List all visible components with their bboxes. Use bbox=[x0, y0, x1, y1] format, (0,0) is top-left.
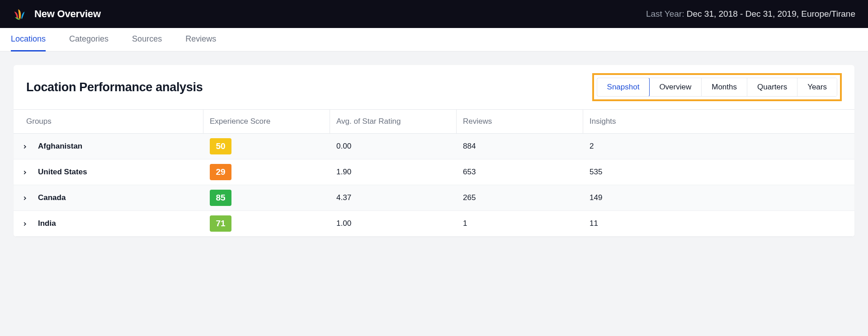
avg-rating-cell: 4.37 bbox=[330, 189, 457, 207]
performance-panel: Location Performance analysis SnapshotOv… bbox=[14, 65, 854, 237]
reviews-cell: 653 bbox=[457, 163, 583, 181]
segment-highlight: SnapshotOverviewMonthsQuartersYears bbox=[592, 73, 842, 101]
date-range-label: Last Year: bbox=[646, 9, 684, 19]
group-label: India bbox=[38, 219, 56, 228]
table-row: Afghanistan500.008842 bbox=[14, 134, 854, 159]
table-row: Canada854.37265149 bbox=[14, 185, 854, 211]
group-cell[interactable]: India bbox=[14, 215, 203, 233]
avg-rating-cell: 1.00 bbox=[330, 215, 457, 233]
score-cell: 85 bbox=[203, 185, 330, 210]
column-header[interactable]: Reviews bbox=[457, 110, 583, 133]
table-body: Afghanistan500.008842United States291.90… bbox=[14, 134, 854, 237]
segment-years[interactable]: Years bbox=[797, 78, 837, 96]
reviews-cell: 884 bbox=[457, 137, 583, 155]
date-range[interactable]: Last Year: Dec 31, 2018 - Dec 31, 2019, … bbox=[646, 9, 855, 19]
nav-tab-reviews[interactable]: Reviews bbox=[185, 28, 216, 51]
group-cell[interactable]: United States bbox=[14, 163, 203, 181]
avg-rating-cell: 0.00 bbox=[330, 137, 457, 155]
panel-header: Location Performance analysis SnapshotOv… bbox=[14, 65, 854, 110]
segment-overview[interactable]: Overview bbox=[649, 78, 702, 96]
segment-quarters[interactable]: Quarters bbox=[747, 78, 797, 96]
nav-tab-categories[interactable]: Categories bbox=[69, 28, 108, 51]
nav-tab-sources[interactable]: Sources bbox=[132, 28, 162, 51]
page-title: New Overview bbox=[34, 8, 101, 20]
segment-snapshot[interactable]: Snapshot bbox=[597, 78, 650, 97]
header-left: New Overview bbox=[13, 8, 101, 20]
chevron-right-icon[interactable] bbox=[22, 195, 28, 201]
panel-title: Location Performance analysis bbox=[26, 80, 203, 94]
group-label: United States bbox=[38, 168, 87, 177]
score-cell: 29 bbox=[203, 159, 330, 185]
table-row: India711.00111 bbox=[14, 211, 854, 237]
main: Location Performance analysis SnapshotOv… bbox=[0, 51, 868, 250]
app-logo-icon bbox=[13, 8, 25, 20]
date-range-value: Dec 31, 2018 - Dec 31, 2019, Europe/Tira… bbox=[687, 9, 855, 19]
table-row: United States291.90653535 bbox=[14, 159, 854, 185]
chevron-right-icon[interactable] bbox=[22, 220, 28, 227]
chevron-right-icon[interactable] bbox=[22, 143, 28, 149]
segment-group: SnapshotOverviewMonthsQuartersYears bbox=[597, 78, 837, 97]
column-header[interactable]: Avg. of Star Rating bbox=[330, 110, 457, 133]
group-label: Canada bbox=[38, 193, 66, 202]
score-cell: 50 bbox=[203, 134, 330, 159]
chevron-right-icon[interactable] bbox=[22, 169, 28, 175]
table-header: GroupsExperience ScoreAvg. of Star Ratin… bbox=[14, 110, 854, 134]
navbar: LocationsCategoriesSourcesReviews bbox=[0, 28, 868, 51]
reviews-cell: 265 bbox=[457, 189, 583, 207]
score-badge: 71 bbox=[210, 215, 231, 232]
column-header[interactable]: Insights bbox=[583, 110, 854, 133]
segment-months[interactable]: Months bbox=[702, 78, 747, 96]
app-header: New Overview Last Year: Dec 31, 2018 - D… bbox=[0, 0, 868, 28]
group-label: Afghanistan bbox=[38, 142, 82, 151]
insights-cell: 11 bbox=[583, 215, 854, 233]
insights-cell: 2 bbox=[583, 137, 854, 155]
group-cell[interactable]: Canada bbox=[14, 189, 203, 207]
insights-cell: 149 bbox=[583, 189, 854, 207]
avg-rating-cell: 1.90 bbox=[330, 163, 457, 181]
score-cell: 71 bbox=[203, 211, 330, 236]
column-header[interactable]: Groups bbox=[14, 110, 203, 133]
column-header[interactable]: Experience Score bbox=[203, 110, 330, 133]
nav-tab-locations[interactable]: Locations bbox=[11, 28, 46, 51]
score-badge: 50 bbox=[210, 138, 231, 154]
group-cell[interactable]: Afghanistan bbox=[14, 137, 203, 155]
reviews-cell: 1 bbox=[457, 215, 583, 233]
score-badge: 29 bbox=[210, 164, 231, 180]
insights-cell: 535 bbox=[583, 163, 854, 181]
score-badge: 85 bbox=[210, 190, 231, 206]
